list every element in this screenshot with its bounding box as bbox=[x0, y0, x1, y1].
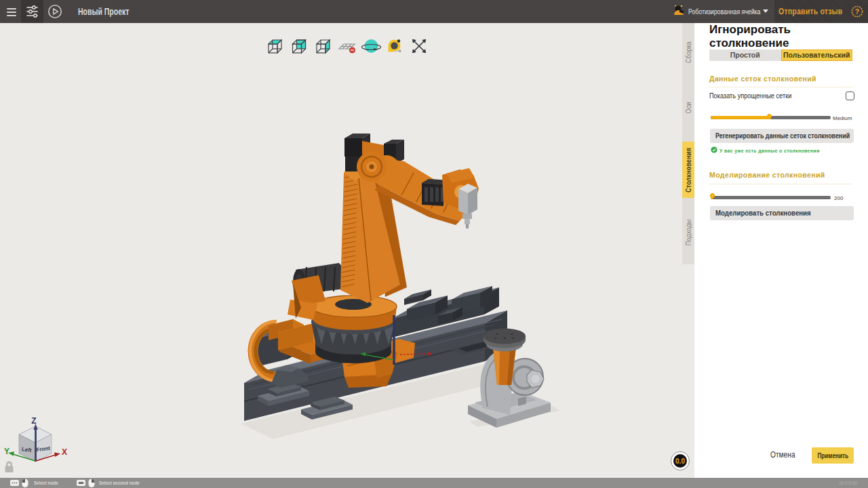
svg-text:?: ? bbox=[855, 7, 859, 16]
svg-text:0.0: 0.0 bbox=[675, 458, 685, 465]
svg-text:Y: Y bbox=[4, 447, 9, 456]
svg-text:X: X bbox=[62, 447, 67, 457]
svg-text:Z: Z bbox=[31, 416, 36, 426]
